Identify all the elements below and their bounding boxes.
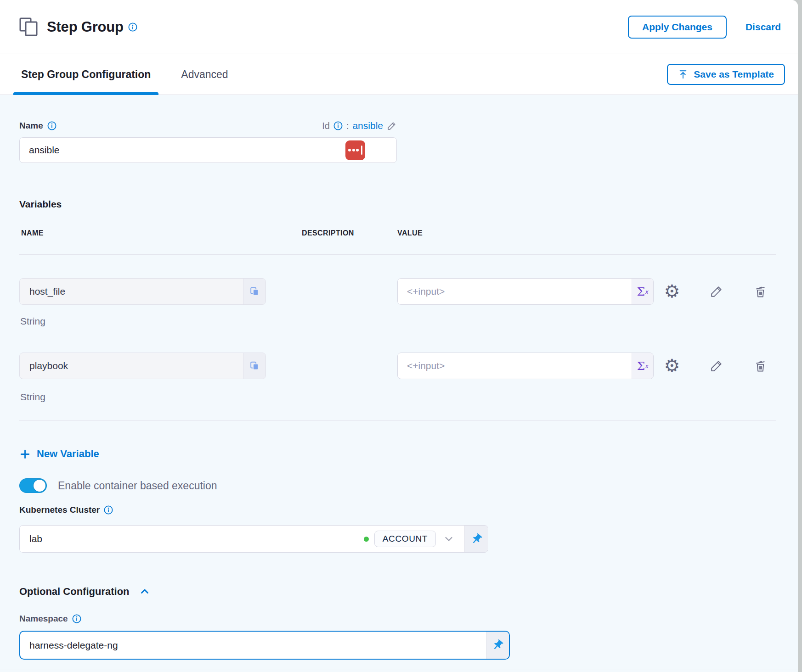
sigma-sup: x — [645, 288, 649, 295]
info-icon[interactable] — [47, 121, 56, 130]
tab-step-group-configuration[interactable]: Step Group Configuration — [13, 54, 158, 95]
container-execution-label: Enable container based execution — [58, 480, 217, 492]
divider — [19, 254, 776, 255]
variable-row: playbook Σx ⚙ — [19, 353, 798, 379]
variable-value-input[interactable] — [398, 353, 632, 379]
pin-button[interactable] — [464, 526, 488, 552]
container-execution-row: Enable container based execution — [19, 478, 798, 493]
info-icon[interactable] — [72, 614, 81, 623]
variable-value-field: Σx — [397, 353, 654, 379]
trash-icon — [753, 359, 768, 373]
info-icon[interactable] — [104, 505, 113, 515]
id-value: ansible — [352, 120, 383, 131]
variable-settings-button[interactable]: ⚙ — [664, 284, 680, 299]
step-group-panel: Step Group Apply Changes Discard Step Gr… — [0, 0, 798, 672]
column-value: VALUE — [397, 229, 798, 237]
kubernetes-cluster-select[interactable]: ACCOUNT — [20, 526, 464, 552]
column-name: NAME — [19, 229, 302, 237]
kubernetes-cluster-field: ACCOUNT — [19, 525, 488, 553]
variables-table-header: NAME DESCRIPTION VALUE — [19, 229, 798, 237]
chevron-up-icon — [139, 586, 150, 597]
edit-id-icon[interactable] — [387, 121, 397, 131]
variable-delete-button[interactable] — [752, 358, 768, 374]
name-input[interactable] — [29, 145, 345, 156]
trash-icon — [753, 285, 768, 299]
expression-toggle-button[interactable]: Σx — [632, 353, 653, 379]
upload-icon — [678, 69, 688, 79]
kubernetes-cluster-input[interactable] — [29, 533, 364, 544]
sigma-icon: Σ — [637, 359, 645, 373]
namespace-label: Namespace — [19, 614, 68, 624]
expression-toggle-button[interactable]: Σx — [632, 279, 653, 304]
scope-badge: ACCOUNT — [374, 531, 436, 547]
id-separator: : — [346, 121, 349, 131]
namespace-input[interactable] — [20, 632, 486, 659]
sigma-sup: x — [645, 363, 649, 370]
copy-button[interactable] — [243, 279, 265, 304]
save-as-template-button[interactable]: Save as Template — [667, 64, 785, 85]
variable-name-field: playbook — [19, 353, 266, 379]
name-label-group: Name — [19, 121, 56, 131]
info-icon[interactable] — [333, 121, 343, 130]
kubernetes-cluster-label: Kubernetes Cluster — [19, 505, 100, 515]
new-variable-label: New Variable — [37, 448, 99, 460]
variable-edit-button[interactable] — [708, 284, 724, 299]
column-description: DESCRIPTION — [302, 229, 397, 237]
variable-delete-button[interactable] — [752, 284, 768, 299]
step-group-icon — [18, 17, 40, 38]
save-as-template-label: Save as Template — [694, 69, 774, 80]
id-label: Id — [322, 121, 330, 131]
variable-name-field: host_file — [19, 278, 266, 305]
new-variable-button[interactable]: New Variable — [19, 448, 99, 460]
copy-icon — [249, 361, 260, 371]
divider — [0, 670, 798, 670]
discard-button[interactable]: Discard — [746, 22, 781, 33]
variable-value-field: Σx — [397, 278, 654, 305]
pencil-icon — [709, 359, 723, 373]
divider — [19, 420, 776, 421]
copy-button[interactable] — [243, 353, 265, 379]
toggle-knob — [34, 480, 45, 492]
page-title: Step Group — [47, 19, 124, 35]
optional-configuration-title: Optional Configuration — [19, 586, 130, 598]
variables-title: Variables — [19, 199, 798, 210]
step-group-configuration-form: Name Id : ansible — [0, 95, 798, 672]
variable-settings-button[interactable]: ⚙ — [664, 358, 680, 374]
chevron-down-icon[interactable] — [443, 533, 454, 544]
name-label: Name — [19, 121, 43, 131]
kubernetes-cluster-label-group: Kubernetes Cluster — [19, 505, 798, 515]
pin-icon — [470, 533, 483, 545]
optional-configuration-header[interactable]: Optional Configuration — [19, 586, 150, 598]
container-execution-toggle[interactable] — [19, 478, 47, 493]
variable-type-label: String — [20, 316, 798, 328]
connector-status-dot — [364, 537, 369, 542]
plus-icon — [19, 448, 31, 460]
variable-name-value: playbook — [20, 353, 243, 379]
variable-value-input[interactable] — [398, 279, 632, 304]
pin-button[interactable] — [486, 632, 509, 659]
namespace-label-group: Namespace — [19, 614, 798, 624]
name-input-group — [19, 137, 397, 163]
copy-icon — [249, 286, 260, 297]
info-icon[interactable] — [128, 22, 137, 32]
password-manager-icon[interactable] — [345, 140, 365, 160]
variable-type-label: String — [20, 392, 798, 404]
sigma-icon: Σ — [637, 285, 645, 298]
apply-changes-button[interactable]: Apply Changes — [628, 16, 727, 39]
pin-icon — [491, 639, 504, 651]
pencil-icon — [709, 285, 723, 299]
variable-name-value: host_file — [20, 279, 243, 304]
entity-id-block: Id : ansible — [322, 120, 397, 131]
namespace-field — [19, 631, 510, 660]
variable-edit-button[interactable] — [708, 358, 724, 374]
panel-header: Step Group Apply Changes Discard — [0, 0, 798, 54]
tab-advanced[interactable]: Advanced — [173, 54, 236, 95]
name-id-row: Name Id : ansible — [19, 95, 397, 131]
tab-bar: Step Group Configuration Advanced Save a… — [0, 54, 798, 95]
variable-row: host_file Σx ⚙ — [19, 278, 798, 305]
